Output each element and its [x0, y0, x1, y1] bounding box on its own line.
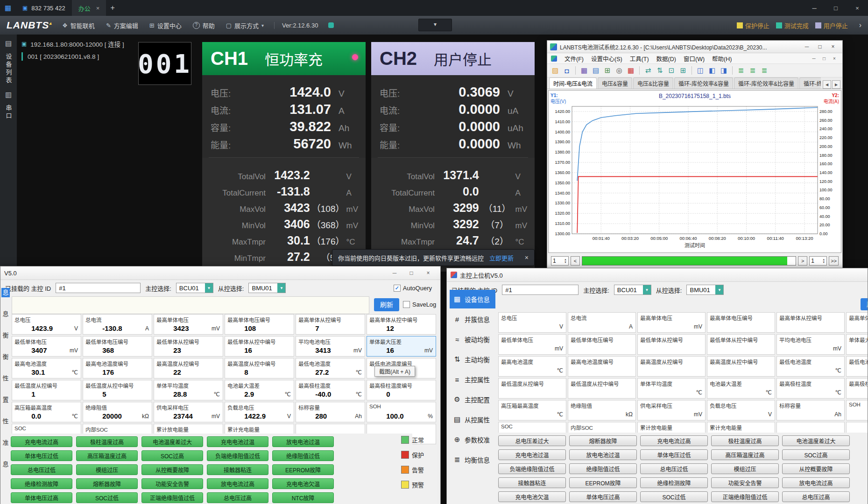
- browser-tab[interactable]: 办公×: [72, 0, 106, 16]
- data-cell[interactable]: 最低单体电压3407mV: [12, 336, 81, 357]
- sidebar-item-clipped[interactable]: 衡: [1, 352, 10, 362]
- data-cell[interactable]: 最高单体电压编号108: [225, 314, 294, 335]
- sidebar-item-device-info[interactable]: ▦设备信息: [450, 290, 495, 308]
- status-flag-button[interactable]: 充电电池过温: [498, 449, 566, 460]
- device-host-item[interactable]: ▣ 192.168.1.80:8000-12000 [ 连接 ]: [21, 39, 136, 49]
- rail-label-device-list[interactable]: 设备列表: [4, 53, 13, 85]
- slave-select[interactable]: BMU01 ▼: [686, 285, 724, 295]
- data-cell[interactable]: 总电压1423.9V: [12, 314, 81, 335]
- slave-select[interactable]: BMU01 ▼: [248, 283, 286, 293]
- data-cell[interactable]: 负载总电压V: [707, 400, 775, 420]
- master-select[interactable]: BCU01 ▼: [176, 283, 213, 293]
- data-cell[interactable]: 最高电池温度编号176: [83, 358, 152, 378]
- spinner-arrows-icon[interactable]: ▲▼: [822, 258, 825, 264]
- status-flag-button[interactable]: 单体电压过低: [11, 450, 72, 461]
- chart-tab[interactable]: 循环-库伦效率&比容量: [734, 77, 798, 89]
- status-flag-button[interactable]: 总电压过低: [11, 464, 72, 475]
- status-flag-button[interactable]: 功能安全告警: [141, 478, 203, 489]
- right-pane-icon[interactable]: ◨: [719, 65, 729, 76]
- sidebar-item-clipped[interactable]: 息: [1, 460, 10, 469]
- open-file-icon[interactable]: ▨: [550, 65, 560, 76]
- list-view-2-icon[interactable]: ≣: [748, 65, 758, 76]
- device-list-icon[interactable]: ▤: [5, 39, 12, 48]
- status-flag-button[interactable]: EEPROM故障: [272, 464, 334, 475]
- data-cell[interactable]: 总电流A: [568, 312, 636, 333]
- data-cell[interactable]: 最低单体从控编号: [637, 334, 706, 355]
- data-cell[interactable]: 电池最大温差℃: [707, 378, 775, 399]
- data-table-icon[interactable]: ▦: [579, 65, 589, 76]
- status-flag-button[interactable]: 极柱温度过高: [76, 436, 138, 447]
- fit-horizontal-icon[interactable]: ⇄: [643, 65, 653, 76]
- sidebar-item-slave-attr[interactable]: ▤从控属性: [450, 410, 495, 429]
- status-flag-button[interactable]: SOC过低: [76, 492, 138, 503]
- status-flag-button[interactable]: 接触器粘连: [498, 477, 566, 488]
- data-cell[interactable]: 最低单体从控中编号16: [225, 336, 294, 357]
- data-cell[interactable]: 最高单体从控中编号: [846, 312, 868, 333]
- legend-more-chevron[interactable]: ›: [859, 21, 861, 29]
- window-titlebar[interactable]: 主控上位机V5.0: [447, 268, 868, 282]
- data-cell[interactable]: 平均电池电压3413mV: [296, 336, 365, 357]
- status-flag-button[interactable]: 单体电压过高: [569, 491, 637, 502]
- maximize-button[interactable]: □: [813, 42, 826, 51]
- data-cell[interactable]: 最高温度从控中编号8: [225, 358, 294, 378]
- sidebar-item-clipped[interactable]: 性: [1, 374, 10, 383]
- status-flag-button[interactable]: 高压箱温度过高: [711, 449, 779, 460]
- status-flag-button[interactable]: 绝缘阻值过低: [272, 450, 334, 461]
- left-pane-icon[interactable]: ◧: [707, 65, 717, 76]
- master-select[interactable]: BCU01 ▼: [614, 285, 651, 295]
- mdi-minimize-button[interactable]: ─: [810, 55, 818, 62]
- menu-item[interactable]: 工具(T): [630, 54, 649, 63]
- status-flag-button[interactable]: EEPROM故障: [569, 477, 637, 488]
- sidebar-item-clipped[interactable]: 息: [1, 288, 10, 297]
- minimize-button[interactable]: ─: [386, 268, 403, 278]
- page-spinner-right[interactable]: 1 ▲▼: [809, 256, 827, 266]
- mdi-close-button[interactable]: ×: [830, 55, 839, 62]
- minimize-button[interactable]: ─: [804, 0, 825, 16]
- close-tab-icon[interactable]: ×: [96, 5, 100, 12]
- chart-tab[interactable]: 循环-终压&容量: [799, 77, 821, 89]
- chart-tab[interactable]: 电压&比容量: [633, 77, 673, 89]
- data-cell[interactable]: 负载总电压1422.9V: [225, 402, 294, 422]
- data-cell[interactable]: 高压箱最高温度℃: [498, 400, 566, 420]
- data-cell[interactable]: 最高单体电压编号: [707, 312, 775, 333]
- status-flag-button[interactable]: 绝缘检测故障: [640, 477, 708, 488]
- status-flag-button[interactable]: 充电电池过温: [207, 436, 268, 447]
- data-cell[interactable]: 单体平均温度28.8℃: [154, 380, 223, 400]
- status-flag-button[interactable]: 功能安全告警: [711, 477, 779, 488]
- data-cell[interactable]: 最低电池温度℃: [776, 356, 845, 377]
- status-flag-button[interactable]: 单体电压过高: [11, 492, 72, 503]
- sidebar-item-active-balance[interactable]: ⇅主动均衡: [450, 350, 495, 369]
- data-cell[interactable]: 最高电池温度编号: [568, 356, 636, 377]
- status-flag-button[interactable]: 模组过压: [76, 464, 138, 475]
- menu-smart-link[interactable]: ❖智能联机: [62, 21, 95, 30]
- save-icon[interactable]: ◘: [562, 65, 572, 76]
- autoquery-checkbox[interactable]: ✓ AutoQuery: [394, 285, 432, 292]
- data-cell[interactable]: 单体最大压差16mV: [367, 336, 436, 357]
- close-button[interactable]: ×: [826, 42, 840, 51]
- tab-scroll-right-button[interactable]: ▶: [832, 80, 840, 89]
- status-flag-button[interactable]: 从控概要故障: [782, 463, 850, 474]
- status-flag-button[interactable]: 充电电流过高: [640, 435, 708, 446]
- zoom-icon[interactable]: ◎: [614, 65, 624, 76]
- status-flag-button[interactable]: 熔断器故障: [76, 478, 138, 489]
- fit-vertical-icon[interactable]: ⇅: [655, 65, 665, 76]
- data-cell[interactable]: 最低单体从控中编号: [707, 334, 775, 355]
- window-titlebar[interactable]: LANBTS电池测试系统2.12.6.30 - [C:\Users\LANBTS…: [547, 41, 842, 53]
- spinner-arrows-icon[interactable]: ▲▼: [564, 258, 567, 264]
- rail-label-serial-port[interactable]: 串口: [4, 105, 13, 120]
- status-flag-button[interactable]: 单体电压过低: [640, 449, 708, 460]
- data-cell[interactable]: 最低温度从控编号1: [12, 380, 81, 400]
- refresh-button[interactable]: 刷新: [861, 298, 868, 310]
- data-cell[interactable]: 最高极柱温度℃: [776, 378, 845, 399]
- data-cell[interactable]: 最高温度从控中编号: [707, 356, 775, 377]
- data-cell[interactable]: 电池最大温差2.9℃: [225, 380, 294, 400]
- chart-tab[interactable]: 循环-库伦效率&容量: [674, 77, 733, 89]
- data-cell[interactable]: 最低单体电压mV: [498, 334, 566, 355]
- status-flag-button[interactable]: 放电电池过温: [272, 436, 334, 447]
- list-view-1-icon[interactable]: ≣: [736, 65, 746, 76]
- menu-item[interactable]: 窗口(W): [684, 54, 705, 63]
- close-button[interactable]: ×: [420, 268, 437, 278]
- status-flag-button[interactable]: 总电压过高: [207, 492, 268, 503]
- chart-tab[interactable]: 时间-电压&电流: [549, 77, 597, 89]
- maximize-button[interactable]: □: [825, 0, 847, 16]
